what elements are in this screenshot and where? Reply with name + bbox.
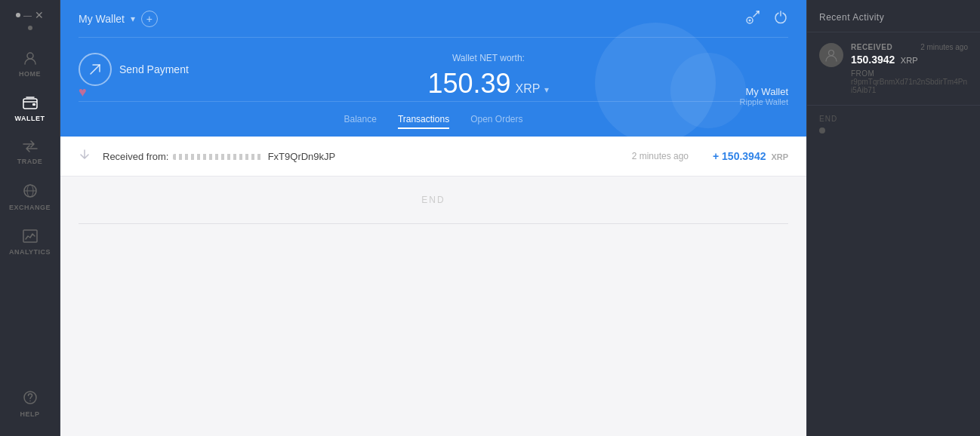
activity-from-label: FROM	[851, 69, 968, 78]
svg-point-0	[27, 53, 33, 59]
tab-transactions[interactable]: Transactions	[398, 111, 449, 129]
transactions-area: Received from: FxT9QrDn9kJP 2 minutes ag…	[60, 137, 806, 436]
analytics-icon	[23, 229, 38, 245]
power-icon[interactable]	[773, 9, 788, 28]
trade-icon	[23, 140, 38, 155]
activity-top: RECEIVED 2 minutes ago 150.3942 XRP FROM…	[819, 43, 968, 94]
dash: —	[23, 11, 32, 20]
activity-end-dot	[819, 127, 825, 134]
net-worth-currency: XRP	[516, 82, 541, 96]
header-actions	[746, 9, 788, 28]
table-row: Received from: FxT9QrDn9kJP 2 minutes ag…	[60, 137, 806, 177]
activity-type: RECEIVED	[851, 43, 892, 51]
trade-label: TRADE	[17, 158, 43, 165]
tx-desc-prefix: Received from:	[103, 151, 168, 162]
activity-item: RECEIVED 2 minutes ago 150.3942 XRP FROM…	[807, 32, 980, 106]
activity-amount-currency: XRP	[901, 56, 918, 65]
sidebar-item-analytics[interactable]: ANALYTICS	[0, 220, 60, 265]
exchange-label: EXCHANGE	[9, 204, 51, 211]
sidebar-item-exchange[interactable]: EXCHANGE	[0, 174, 60, 220]
sidebar-nav: HOME WALLET TRADE	[0, 42, 60, 427]
home-label: HOME	[19, 70, 41, 78]
tx-amount-value: + 150.3942	[713, 150, 766, 162]
sidebar: — ✕ HOME	[0, 0, 60, 436]
sidebar-dots: — ✕	[16, 9, 44, 21]
svg-point-11	[829, 51, 834, 56]
dot-1	[16, 13, 20, 17]
net-worth-label: Wallet NET worth:	[452, 53, 525, 63]
activity-amount-row: 150.3942 XRP	[851, 53, 968, 66]
recent-activity-title: Recent Activity	[807, 0, 980, 32]
wallet-header: My Wallet ▾ +	[60, 0, 806, 137]
wallet-name-group: My Wallet ▾ +	[79, 11, 158, 27]
send-icon-circle	[79, 53, 112, 86]
home-icon	[23, 51, 37, 67]
currency-dropdown-icon[interactable]: ▾	[544, 84, 549, 95]
dot-2-wrap	[28, 26, 32, 30]
main-content: My Wallet ▾ +	[60, 0, 806, 436]
sidebar-item-home[interactable]: HOME	[0, 42, 60, 87]
x-icon: ✕	[35, 9, 44, 21]
tx-description: Received from: FxT9QrDn9kJP	[103, 151, 623, 162]
tab-open-orders[interactable]: Open Orders	[470, 111, 522, 129]
analytics-label: ANALYTICS	[9, 248, 51, 256]
wallet-label: WALLET	[15, 115, 45, 122]
activity-time: 2 minutes ago	[920, 43, 968, 51]
wallet-info-type: Ripple Wallet	[740, 97, 788, 106]
activity-amount: 150.3942	[851, 54, 895, 66]
end-divider	[79, 223, 788, 224]
end-label: END	[60, 177, 806, 223]
tx-amount: + 150.3942 XRP	[713, 150, 788, 162]
help-icon	[23, 390, 38, 407]
net-worth-value: 150.39 XRP ▾	[427, 68, 549, 100]
sidebar-item-help[interactable]: HELP	[0, 381, 60, 427]
activity-end-label: END	[819, 115, 968, 123]
activity-content: RECEIVED 2 minutes ago 150.3942 XRP FROM…	[851, 43, 968, 94]
tx-address-suffix: FxT9QrDn9kJP	[268, 151, 336, 162]
tx-currency: XRP	[771, 152, 788, 161]
exchange-icon	[23, 183, 38, 201]
activity-avatar	[819, 43, 843, 67]
activity-end-section: END	[807, 106, 980, 140]
activity-from-address: r9pmTqrBnmXd71n2nSbdirTm4Pni5Aib71	[851, 78, 968, 94]
help-label: HELP	[20, 410, 39, 418]
wallet-info-name: My Wallet	[740, 86, 788, 97]
wallet-chevron-icon[interactable]: ▾	[131, 14, 135, 24]
add-wallet-button[interactable]: +	[141, 11, 158, 27]
send-payment-label: Send Payment	[119, 63, 189, 75]
bg-circle-small	[670, 53, 746, 128]
right-panel: Recent Activity RECEIVED 2 minutes ago 1…	[806, 0, 980, 436]
tab-balance[interactable]: Balance	[344, 111, 377, 129]
net-worth-amount: 150.39	[427, 68, 510, 100]
sidebar-item-trade[interactable]: TRADE	[0, 131, 60, 174]
svg-point-8	[29, 401, 31, 402]
receive-arrow-icon	[79, 149, 94, 164]
tx-address-masked	[173, 154, 263, 160]
wallet-icon	[23, 96, 38, 112]
wallet-info-tag: My Wallet Ripple Wallet	[740, 86, 788, 106]
sidebar-item-wallet[interactable]: WALLET	[0, 87, 60, 131]
svg-point-10	[749, 20, 751, 22]
dot-2	[28, 26, 32, 30]
settings-key-icon[interactable]	[746, 9, 761, 28]
send-payment-button[interactable]: Send Payment	[79, 53, 189, 101]
sidebar-top-icons: — ✕	[16, 9, 44, 36]
svg-rect-2	[32, 103, 35, 106]
activity-type-row: RECEIVED 2 minutes ago	[851, 43, 968, 51]
favorite-button[interactable]: ♥	[79, 84, 87, 100]
wallet-name: My Wallet	[79, 13, 125, 25]
tx-time: 2 minutes ago	[632, 151, 689, 161]
